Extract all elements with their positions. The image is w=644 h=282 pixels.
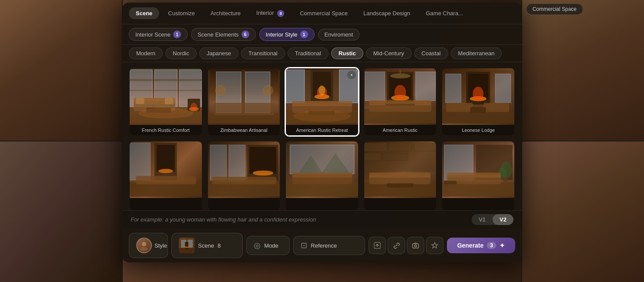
interior-scene-badge: 1: [173, 30, 181, 38]
card-7[interactable]: [207, 141, 281, 210]
style-label: Style: [154, 242, 167, 249]
style-tab-traditional[interactable]: Traditional: [288, 47, 329, 59]
svg-rect-90: [208, 182, 280, 197]
card-american-rustic[interactable]: American Rustic: [363, 67, 437, 136]
bottom-action-row: Style Scene 8 ◎ Mode ⊡: [122, 228, 522, 262]
style-tab-japanese[interactable]: Japanese: [199, 47, 238, 59]
icon-cluster: [369, 237, 443, 254]
card-2-image: [208, 68, 280, 125]
generate-button[interactable]: Generate 3 ✦: [447, 238, 515, 253]
nav-tab-scene[interactable]: Scene: [129, 7, 159, 19]
svg-point-95: [252, 171, 273, 175]
svg-point-64: [390, 74, 411, 78]
card-10[interactable]: [441, 141, 515, 210]
svg-rect-107: [389, 143, 412, 151]
card-6-label: [130, 198, 202, 210]
style-tab-mediterranean[interactable]: Mediterranean: [451, 47, 502, 59]
svg-rect-29: [165, 98, 173, 104]
scene-badge: 8: [218, 242, 221, 249]
style-tab-modern[interactable]: Modern: [129, 47, 163, 59]
filter-interior-scene[interactable]: Interior Scene 1: [129, 28, 188, 41]
style-tabs-row: Modern Nordic Japanese Transitional Trad…: [122, 45, 522, 62]
svg-rect-28: [136, 98, 144, 104]
style-action-btn[interactable]: Style: [129, 233, 168, 258]
style-tab-nordic[interactable]: Nordic: [165, 47, 197, 59]
svg-point-133: [414, 245, 416, 247]
card-8-label: [286, 198, 358, 210]
mode-icon: ◎: [254, 241, 261, 250]
card-5-label: Leonese Lodge: [442, 125, 514, 135]
nav-tab-architecture[interactable]: Architecture: [204, 7, 248, 19]
panel-filters: Interior Scene 1 Scene Elements 6 Interi…: [122, 24, 522, 45]
svg-rect-119: [503, 177, 508, 183]
version-v2[interactable]: V2: [493, 214, 513, 225]
svg-rect-6: [530, 22, 636, 83]
svg-rect-41: [214, 103, 274, 115]
svg-rect-108: [414, 143, 436, 151]
bg-tile-4: [0, 141, 122, 282]
reference-action-btn[interactable]: ⊡ Reference: [293, 236, 365, 255]
card-8[interactable]: [285, 141, 359, 210]
style-tab-transitional[interactable]: Transitional: [241, 47, 285, 59]
version-v1[interactable]: V1: [472, 214, 493, 225]
card-american-rustic-retreat[interactable]: ×: [285, 67, 359, 136]
reference-icon: ⊡: [301, 241, 307, 250]
style-tab-coastal[interactable]: Coastal: [414, 47, 448, 59]
svg-rect-56: [292, 101, 352, 106]
style-tab-rustic[interactable]: Rustic: [331, 47, 363, 59]
bg-tile-6: [522, 141, 644, 282]
svg-rect-114: [442, 182, 514, 197]
card-leonese-lodge[interactable]: Leonese Lodge: [441, 67, 515, 136]
filter-interior-style[interactable]: Interior Style 1: [259, 28, 315, 41]
nav-tab-customize[interactable]: Customize: [161, 7, 201, 19]
card-french-rustic-comfort[interactable]: French Rustic Comfort: [129, 67, 203, 136]
filter-scene-elements[interactable]: Scene Elements 6: [191, 28, 256, 41]
scene-action-btn[interactable]: Scene 8: [171, 233, 243, 258]
bg-tile-1: 🛋️: [0, 0, 122, 141]
svg-rect-73: [446, 74, 461, 103]
nav-tab-interior[interactable]: Interior 8: [249, 7, 291, 20]
svg-rect-89: [136, 176, 196, 184]
svg-rect-109: [364, 153, 381, 161]
link-icon-btn[interactable]: [388, 237, 405, 254]
svg-rect-18: [526, 159, 550, 204]
svg-rect-83: [470, 107, 486, 113]
generate-count-badge: 3: [487, 242, 496, 249]
prompt-input[interactable]: [131, 216, 468, 223]
style-tab-mid-century[interactable]: Mid-Century: [366, 47, 412, 59]
svg-point-124: [141, 247, 148, 251]
card-3-close[interactable]: ×: [347, 70, 356, 79]
nav-tab-game[interactable]: Game Chara...: [419, 7, 470, 19]
card-9[interactable]: [363, 141, 437, 210]
filter-environment[interactable]: Enviroment: [318, 29, 360, 40]
card-1-image: [130, 68, 202, 125]
card-6-image: [130, 141, 202, 198]
star-icon-btn[interactable]: [426, 237, 443, 254]
nav-tab-landscape[interactable]: Landscape Design: [356, 7, 417, 19]
svg-rect-74: [495, 74, 511, 103]
card-6[interactable]: [129, 141, 203, 210]
card-7-image: [208, 141, 280, 198]
card-3-image: [286, 68, 358, 125]
card-2-label: Zimbabwean Artisanal: [208, 125, 280, 135]
upload-icon-btn[interactable]: [369, 237, 386, 254]
card-9-label: [364, 198, 436, 210]
camera-icon-btn[interactable]: [407, 237, 424, 254]
style-avatar: [136, 238, 152, 253]
svg-rect-85: [130, 143, 151, 180]
svg-rect-122: [444, 181, 457, 185]
nav-tab-commercial[interactable]: Commercial Space: [293, 7, 355, 19]
svg-point-52: [319, 85, 325, 95]
panel-nav: Scene Customize Architecture Interior 8 …: [122, 3, 522, 24]
svg-rect-91: [210, 145, 226, 180]
mode-action-btn[interactable]: ◎ Mode: [246, 236, 290, 255]
card-zimbabwean-artisanal[interactable]: Zimbabwean Artisanal: [207, 67, 281, 136]
svg-rect-19: [616, 159, 640, 204]
svg-rect-9: [0, 224, 122, 273]
svg-rect-94: [249, 147, 276, 174]
commercial-space-badge: Commercial Space: [526, 3, 583, 15]
svg-rect-67: [416, 72, 436, 101]
bg-tile-3: [522, 0, 644, 141]
image-grid: French Rustic Comfort: [122, 62, 522, 210]
version-toggle: V1 V2: [472, 214, 513, 225]
